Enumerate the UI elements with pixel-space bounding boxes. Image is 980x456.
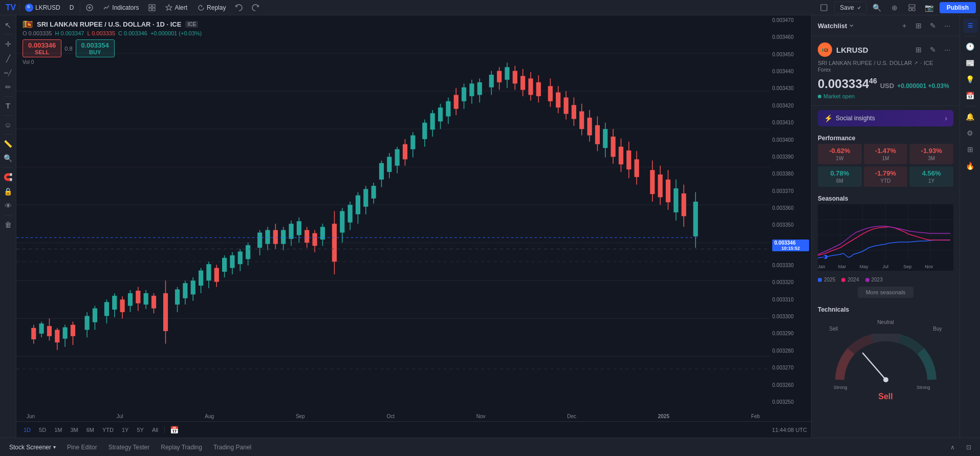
si-market-status: Market open [818,93,953,99]
channel-tool[interactable]: ═╱ [2,66,15,79]
gauge-value-label: Sell [878,392,892,401]
brush-tool[interactable]: ✏ [2,80,15,94]
save-btn[interactable]: Save [834,2,866,14]
time-2025: 2025 [658,414,669,419]
trash-tool[interactable]: 🗑 [2,218,15,231]
news-btn[interactable]: 📰 [963,56,977,70]
chart-area[interactable]: 🇱🇰 SRI LANKAN RUPEE / U.S. DOLLAR · 1D ·… [16,15,811,438]
svg-line-202 [863,353,886,380]
watchlist-panel-btn[interactable]: ☰ [963,18,977,33]
svg-rect-56 [163,293,168,331]
tf-1m[interactable]: 1M [51,426,65,434]
camera-btn[interactable]: 📷 [922,1,937,15]
text-tool[interactable]: T [2,99,15,113]
data-window-btn[interactable]: ⊞ [963,142,977,157]
crosshair-tool[interactable]: ✛ [2,37,15,51]
time-feb: Feb [751,414,760,419]
svg-text:Mar: Mar [838,264,846,269]
ideas-btn[interactable]: 💡 [963,72,977,86]
compare-btn[interactable] [82,1,97,15]
cursor-tool[interactable]: ↖ [2,18,15,32]
tf-1y[interactable]: 1Y [119,426,132,434]
alerts-btn[interactable]: 🔔 [963,110,977,124]
bottom-collapse-btn[interactable]: ∧ [945,440,960,454]
tradingview-logo[interactable]: TV [4,1,17,14]
si-edit-btn[interactable]: ✎ [927,44,939,56]
svg-rect-120 [430,113,435,129]
indicators-btn[interactable]: Indicators [99,3,143,12]
svg-rect-114 [403,144,407,160]
zoom-btn[interactable]: ⊕ [887,1,902,15]
emoji-tool[interactable]: ☺ [2,118,15,132]
trend-line-tool[interactable]: ╱ [2,52,15,65]
zoom-tool[interactable]: 🔍 [2,151,15,165]
legend-2025: 2025 [818,277,835,283]
templates-btn[interactable] [145,1,159,15]
eye-tool[interactable]: 👁 [2,199,15,212]
social-insights-btn[interactable]: ⚡ Social insights › [818,110,953,126]
measure-tool[interactable]: 📏 [2,137,15,150]
svg-rect-104 [363,189,368,207]
sell-button[interactable]: 0.003346 SELL [23,39,61,57]
svg-rect-78 [257,232,262,248]
tf-ytd[interactable]: YTD [99,426,117,434]
fr-sep1 [965,36,975,36]
bottom-replay-trading[interactable]: Replay Trading [156,442,207,453]
sep6 [4,215,13,215]
watchlist-chevron-icon [849,23,854,28]
fullscreen-btn[interactable] [817,1,831,15]
time-nov: Nov [476,414,486,419]
alert-btn[interactable]: Alert [161,3,191,12]
chart-settings-btn[interactable]: ⚙ [963,126,977,140]
bottom-strategy-tester[interactable]: Strategy Tester [103,442,155,453]
lock-tool[interactable]: 🔒 [2,185,15,198]
watchlist-layout-btn[interactable]: ⊞ [912,19,925,32]
buy-button[interactable]: 0.003354 BUY [76,39,115,57]
tf-sep [164,426,165,433]
add-symbol-btn[interactable]: + [898,19,910,32]
svg-rect-102 [356,196,360,214]
calendar-btn[interactable]: 📅 [963,89,977,103]
more-seasonals-container: More seasonals [812,286,960,302]
bottom-trading-panel[interactable]: Trading Panel [208,442,256,453]
bottom-expand-btn[interactable]: ⊡ [962,440,976,454]
candlestick-chart[interactable] [16,15,770,407]
technicals-title: Technicals [812,302,960,315]
svg-text:May: May [860,264,868,269]
magnet-tool[interactable]: 🧲 [2,170,15,184]
time-sep: Sep [296,414,305,419]
redo-btn[interactable] [248,1,263,15]
clock-btn[interactable]: 🕐 [963,39,977,54]
si-more-btn[interactable]: ··· [941,44,953,56]
replay-btn[interactable]: Replay [193,3,230,12]
watchlist-title[interactable]: Watchlist [818,22,854,30]
time-jul: Jul [117,414,123,419]
tf-5d[interactable]: 5D [36,426,49,434]
svg-text:Jan: Jan [818,264,825,269]
date-range-btn[interactable]: 📅 [168,424,180,436]
bottom-pine-editor[interactable]: Pine Editor [62,442,102,453]
svg-rect-64 [199,270,203,286]
symbol-selector[interactable]: 🔍 LKRUSD [22,3,63,13]
layout-btn[interactable] [905,1,919,15]
tf-all[interactable]: All [149,426,161,434]
hotlist-btn[interactable]: 🔥 [963,159,977,173]
tf-5y[interactable]: 5Y [134,426,146,434]
search-btn[interactable]: 🔍 [870,1,884,15]
svg-rect-58 [175,290,180,305]
publish-button[interactable]: Publish [940,2,976,13]
bottom-stock-screener[interactable]: Stock Screener ▾ [4,442,61,453]
svg-rect-110 [387,157,391,172]
tf-1d[interactable]: 1D [20,426,34,434]
more-seasonals-btn[interactable]: More seasonals [858,287,914,298]
bottom-bar: Stock Screener ▾ Pine Editor Strategy Te… [0,438,980,456]
watchlist-more-btn[interactable]: ··· [941,19,953,32]
si-layout-btn[interactable]: ⊞ [912,44,925,56]
svg-rect-50 [136,291,140,303]
watchlist-edit-btn[interactable]: ✎ [927,19,939,32]
timeframe-selector[interactable]: D [66,3,78,12]
undo-btn[interactable] [232,1,246,15]
svg-rect-60 [183,283,187,298]
tf-3m[interactable]: 3M [67,426,81,434]
tf-6m[interactable]: 6M [83,426,97,434]
